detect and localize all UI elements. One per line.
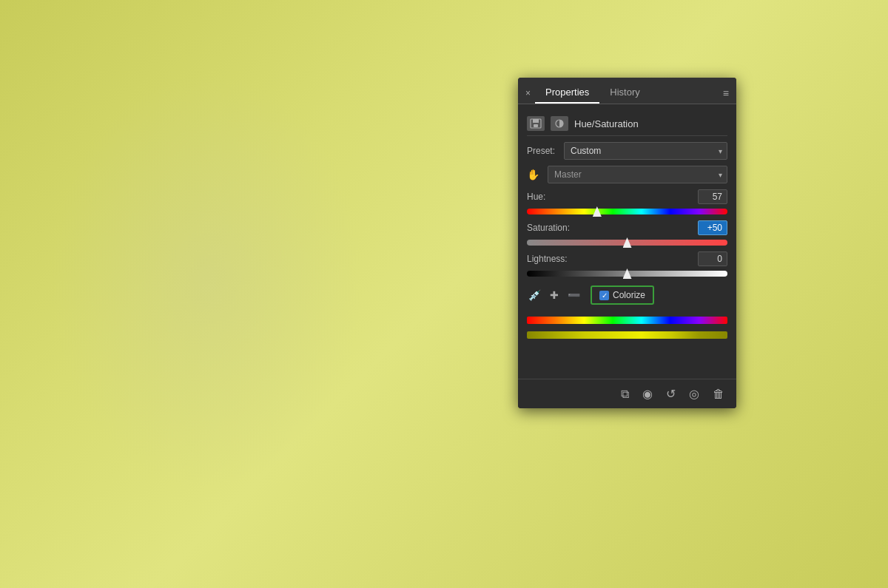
properties-panel: × Properties History ≡ [518, 78, 736, 408]
spectrum-bar-top [527, 317, 727, 324]
delete-adjustment-icon[interactable]: 🗑 [710, 386, 727, 402]
hue-label: Hue: [527, 192, 545, 202]
lightness-label: Lightness: [527, 254, 568, 264]
lightness-slider-track[interactable] [527, 271, 727, 277]
saturation-slider-track[interactable] [527, 240, 727, 246]
lightness-header: Lightness: 0 [527, 251, 727, 266]
colorize-label: Colorize [613, 290, 645, 300]
saturation-value[interactable]: +50 [698, 220, 727, 235]
preset-select[interactable]: Custom Default Cyanotype Sepia [564, 142, 727, 160]
channel-select[interactable]: Master Reds Yellows Greens Cyans Blues M… [548, 166, 727, 183]
lightness-value[interactable]: 0 [698, 251, 727, 266]
close-icon[interactable]: × [525, 88, 531, 98]
lightness-slider-row: Lightness: 0 [527, 251, 727, 277]
saturation-header: Saturation: +50 [527, 220, 727, 235]
hue-slider-thumb[interactable] [593, 206, 602, 217]
panel-spacer [518, 349, 736, 379]
hue-slider-track[interactable] [527, 209, 727, 214]
reset-adjustments-icon[interactable]: ↺ [663, 385, 679, 402]
layer-icon-row: Hue/Saturation [527, 112, 727, 136]
adjustment-title: Hue/Saturation [574, 118, 639, 129]
panel-header: × Properties History ≡ [518, 78, 736, 104]
hue-slider-row: Hue: 57 [527, 189, 727, 214]
hue-header: Hue: 57 [527, 189, 727, 204]
hue-value[interactable]: 57 [698, 189, 727, 204]
panel-body: Hue/Saturation Preset: Custom Default Cy… [518, 104, 736, 349]
saturation-label: Saturation: [527, 223, 570, 233]
eyedropper-plus-icon[interactable]: ✚ [548, 288, 560, 303]
toggle-visibility-icon[interactable]: ◎ [686, 385, 702, 402]
lightness-slider-thumb[interactable] [623, 268, 632, 279]
saturation-slider-row: Saturation: +50 [527, 220, 727, 246]
channel-row: ✋ Master Reds Yellows Greens Cyans Blues… [527, 166, 727, 183]
preset-select-wrapper: Custom Default Cyanotype Sepia ▾ [564, 142, 727, 160]
person-silhouette [0, 0, 481, 588]
eyedropper-minus-icon[interactable]: ➖ [566, 288, 582, 303]
spectrum-bar-bottom [527, 331, 727, 339]
panel-tabs: Properties History [535, 82, 723, 104]
channel-select-wrapper: Master Reds Yellows Greens Cyans Blues M… [548, 166, 727, 183]
tools-row: 💉 ✚ ➖ ✓ Colorize [527, 283, 727, 308]
adjustment-layer-icon[interactable] [551, 116, 568, 131]
eyedropper-icon[interactable]: 💉 [527, 288, 542, 303]
clip-to-layer-icon[interactable]: ⧉ [618, 386, 632, 402]
svg-rect-2 [534, 124, 538, 127]
preset-row: Preset: Custom Default Cyanotype Sepia ▾ [527, 142, 727, 160]
panel-footer: ⧉ ◉ ↺ ◎ 🗑 [518, 379, 736, 408]
tab-history[interactable]: History [599, 82, 650, 104]
toggle-previous-state-icon[interactable]: ◉ [639, 385, 656, 402]
svg-rect-1 [533, 119, 539, 123]
save-layer-icon[interactable] [527, 116, 545, 131]
colorize-checkbox[interactable]: ✓ [599, 291, 609, 300]
tab-properties[interactable]: Properties [535, 82, 599, 104]
hand-tool-icon[interactable]: ✋ [527, 169, 542, 180]
preset-label: Preset: [527, 146, 558, 156]
saturation-slider-thumb[interactable] [623, 237, 632, 248]
checkbox-check-icon: ✓ [602, 291, 608, 300]
colorize-checkbox-area[interactable]: ✓ Colorize [591, 285, 654, 305]
panel-menu-icon[interactable]: ≡ [723, 87, 729, 99]
